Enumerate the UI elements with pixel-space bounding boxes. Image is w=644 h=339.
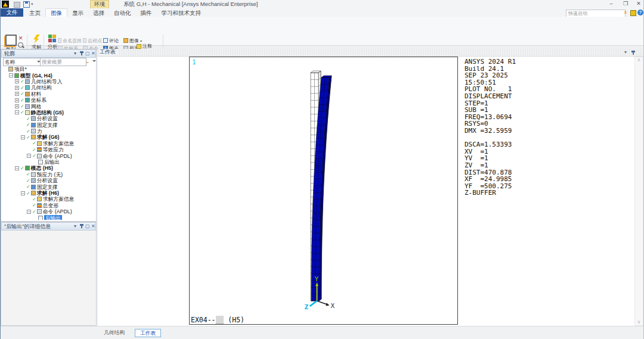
plot-legend: ANSYS 2024 R1 Build 24.1 SEP 23 2025 15:… <box>465 58 516 197</box>
collapse-icon[interactable]: − <box>21 135 25 139</box>
output-icon <box>38 160 43 164</box>
close-button[interactable]: ✕ <box>633 0 644 8</box>
check-icon: ✓ <box>20 79 24 84</box>
tab-主页[interactable]: 主页 <box>24 9 45 17</box>
collapse-icon[interactable]: − <box>27 210 31 214</box>
tab-学习和技术支持[interactable]: 学习和技术支持 <box>157 9 206 17</box>
restore-button[interactable]: ❒ <box>620 0 631 8</box>
expand-icon[interactable]: + <box>15 92 19 96</box>
collapse-icon[interactable]: − <box>21 191 25 195</box>
expand-icon[interactable]: + <box>15 104 19 108</box>
close-icon[interactable]: ✕ <box>91 223 95 230</box>
bottom-tab-几何结构[interactable]: 几何结构 <box>99 329 129 336</box>
tree-item[interactable]: −✓命令 (APDL) <box>1 153 96 158</box>
filter-icon[interactable]: ⌄ <box>85 58 90 64</box>
remote-point-button[interactable]: 远程点 <box>83 37 102 44</box>
expand-icon[interactable]: + <box>15 98 19 102</box>
worksheet-header[interactable]: 工作表 ▾ <box>98 49 644 57</box>
tree-item[interactable]: −模型 (G4, H4) <box>1 72 96 78</box>
axis-label-z: Z <box>305 303 309 311</box>
tree-indent <box>21 185 25 189</box>
title-bar: ▾ 环境 系统 G,H - Mechanical [Ansys Mechanic… <box>1 0 643 9</box>
quick-access-dropdown-icon[interactable]: ▾ <box>31 2 33 7</box>
tree-item[interactable]: +✓网格 <box>1 103 96 109</box>
tab-自动化[interactable]: 自动化 <box>109 9 136 17</box>
plot-caption: EX04--__ (H5) <box>191 316 244 324</box>
panel-menu-icon[interactable]: ▾ <box>624 49 627 55</box>
expand-icon[interactable]: + <box>15 86 19 90</box>
tree-item[interactable]: +✓坐标系 <box>1 97 96 103</box>
save-icon[interactable] <box>23 1 30 8</box>
tree-item[interactable]: −✓求解 (G6) <box>1 134 96 140</box>
force-icon <box>31 129 36 133</box>
tree-item[interactable]: −✓模态 (H5) <box>1 165 96 171</box>
pin-icon[interactable] <box>81 224 82 228</box>
context-tab-environment[interactable]: 环境 <box>90 0 109 8</box>
tree-indent <box>21 123 25 127</box>
tree-item[interactable]: −✓静态结构 (G5) <box>1 110 96 116</box>
outline-panel-title: 轮廓 <box>4 51 15 57</box>
tree-item[interactable]: ✓力 <box>1 128 96 134</box>
tab-file[interactable]: 文件 <box>1 8 23 17</box>
named-selection-button[interactable]: 命名选择 <box>58 37 82 44</box>
collapse-icon[interactable]: − <box>15 110 19 114</box>
tab-图像[interactable]: 图像 <box>45 8 67 17</box>
tree-item[interactable]: ✓求解方案信息 <box>1 196 96 202</box>
tree-item[interactable]: ✓分析设置 <box>1 178 96 184</box>
tree-item[interactable]: ✓预应力 (无) <box>1 172 96 178</box>
feedback-icon[interactable] <box>630 10 636 16</box>
quick-launch-input[interactable]: 快速启动 <box>566 10 626 17</box>
comment-button[interactable]: 评论 <box>103 37 122 44</box>
tree-item[interactable]: +✓材料 <box>1 91 96 97</box>
output-icon <box>38 216 43 220</box>
search-icon[interactable] <box>18 42 23 48</box>
panel-menu-icon[interactable]: ▾ <box>74 223 76 230</box>
float-icon[interactable]: ▢ <box>85 223 90 230</box>
pin-icon[interactable] <box>633 51 634 55</box>
tree-item-label: 分析设置 <box>37 178 58 184</box>
tree-item[interactable]: ✓分析设置 <box>1 116 96 122</box>
collapse-icon[interactable]: − <box>15 166 19 170</box>
graphics-viewport[interactable]: YXZ 1 EX04--__ (H5) <box>189 57 458 325</box>
float-icon[interactable]: ▢ <box>85 50 90 57</box>
pin-icon[interactable] <box>81 51 82 55</box>
check-icon: ✓ <box>20 166 24 171</box>
help-icon[interactable]: ? <box>637 10 643 15</box>
minimize-button[interactable]: – <box>605 0 617 8</box>
tree-item[interactable]: ✓固定支撑 <box>1 122 96 128</box>
chevron-down-icon[interactable] <box>92 60 96 62</box>
panel-menu-icon[interactable]: ▾ <box>74 50 76 57</box>
search-input[interactable]: 搜索概要 <box>40 58 86 66</box>
tree-item[interactable]: −✓求解 (H6) <box>1 190 96 196</box>
tree-item[interactable]: 后输出 <box>1 214 96 220</box>
delete-button[interactable]: ✕ <box>18 35 23 41</box>
collapse-icon[interactable]: − <box>9 73 13 77</box>
prestress-icon <box>31 172 36 177</box>
tree-item[interactable]: +✓几何结构 <box>1 85 96 91</box>
bottom-tab-工作表[interactable]: 工作表 <box>135 329 161 337</box>
tree-item[interactable]: −✓命令 (APDL) <box>1 209 96 214</box>
caption-gap: __ <box>216 316 224 324</box>
tree-item[interactable]: +✓几何结构导入 <box>1 79 96 85</box>
tree-item[interactable]: 项目* <box>1 66 96 72</box>
close-icon[interactable]: ✕ <box>91 50 95 57</box>
ribbon-tabs: 主页图像显示选择自动化插件学习和技术支持 <box>24 8 206 17</box>
tree-item[interactable]: ✓求解方案信息 <box>1 141 96 147</box>
tree-item[interactable]: ✓固定支撑 <box>1 184 96 189</box>
tree-item[interactable]: 后输出 <box>1 159 96 165</box>
tab-插件[interactable]: 插件 <box>136 9 157 17</box>
tree-item[interactable]: ✓总变形 <box>1 203 96 209</box>
outline-panel-header[interactable]: 轮廓 ▾ ▢ ✕ <box>1 49 96 58</box>
tab-显示[interactable]: 显示 <box>67 9 88 17</box>
scrollbar[interactable]: ∧∨ <box>634 57 643 326</box>
tree-item[interactable]: ✓等效应力 <box>1 147 96 153</box>
details-panel-header[interactable]: "后输出"的详细信息 ▾ ▢ ✕ <box>1 222 96 231</box>
ribbon: 复制 ▾ ✕ 轮廓 求解 ▾ 求解 分析 ▾ 命名选择远程点评论图像▾坐标系命令… <box>1 17 643 46</box>
collapse-ribbon-icon[interactable]: ∧ <box>624 10 627 15</box>
expand-icon[interactable]: + <box>15 79 19 83</box>
remote-point-icon <box>83 38 86 43</box>
tab-选择[interactable]: 选择 <box>88 9 109 17</box>
tree-item-label: 几何结构导入 <box>31 79 63 85</box>
filter-type-select[interactable]: 名称 <box>3 58 42 66</box>
collapse-icon[interactable]: − <box>27 154 31 158</box>
